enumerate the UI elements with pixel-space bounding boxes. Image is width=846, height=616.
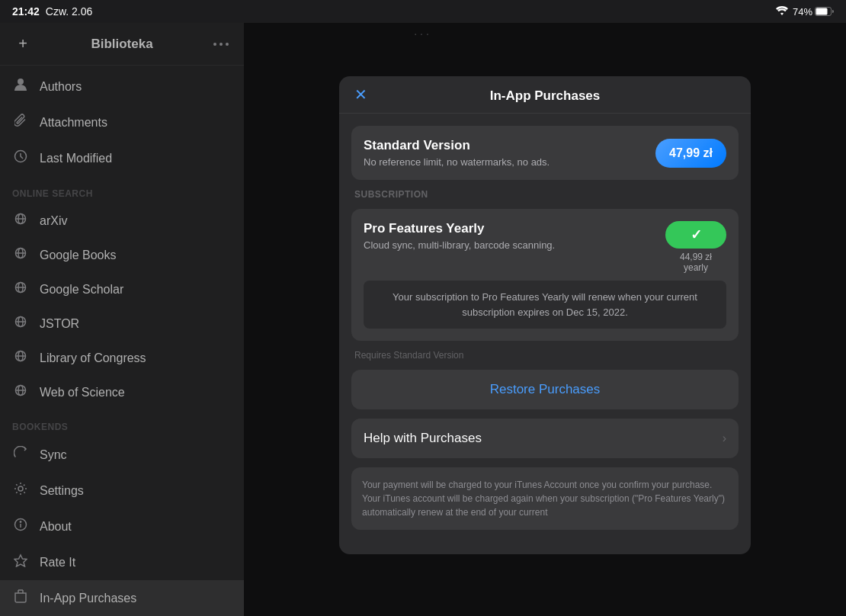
requires-standard-note: Requires Standard Version xyxy=(351,350,739,361)
sidebar-item-library-of-congress[interactable]: Library of Congress xyxy=(0,341,244,375)
google-scholar-label: Google Scholar xyxy=(40,283,123,297)
standard-version-desc: No reference limit, no watermarks, no ad… xyxy=(364,156,550,168)
library-of-congress-label: Library of Congress xyxy=(40,351,146,365)
svg-point-28 xyxy=(20,521,21,522)
last-modified-label: Last Modified xyxy=(40,152,112,165)
web-of-science-label: Web of Science xyxy=(40,386,125,399)
sidebar-item-sync[interactable]: Sync xyxy=(0,437,244,473)
bookends-section: BOOKENDS xyxy=(0,409,244,437)
sidebar-title: Biblioteka xyxy=(91,37,152,52)
annotation-arrow-svg xyxy=(750,144,751,162)
price-annotation: ?! xyxy=(750,143,751,163)
sidebar-item-web-of-science[interactable]: Web of Science xyxy=(0,375,244,409)
help-with-purchases-label: Help with Purchases xyxy=(364,431,482,446)
restore-purchases-button[interactable]: Restore Purchases xyxy=(351,370,739,409)
pro-features-price-area: ✓ 44,99 zł yearly xyxy=(665,221,726,273)
svg-point-4 xyxy=(226,43,229,46)
sidebar-header: + Biblioteka xyxy=(0,23,244,66)
pro-features-info: Pro Features Yearly Cloud sync, multi-li… xyxy=(364,221,555,251)
status-icons: 74% xyxy=(776,6,834,18)
sidebar-item-last-modified[interactable]: Last Modified xyxy=(0,140,244,176)
jstor-icon xyxy=(12,316,29,332)
attachments-label: Attachments xyxy=(40,116,107,130)
sidebar-item-in-app-purchases[interactable]: In-App Purchases xyxy=(0,580,244,616)
dialog-body: Standard Version No reference limit, no … xyxy=(339,114,751,542)
sidebar-item-about[interactable]: About xyxy=(0,509,244,544)
pro-features-title: Pro Features Yearly xyxy=(364,221,555,236)
sidebar-item-attachments[interactable]: Attachments xyxy=(0,104,244,140)
wifi-icon xyxy=(776,6,788,18)
sidebar-item-google-scholar[interactable]: Google Scholar xyxy=(0,272,244,306)
help-with-purchases-row[interactable]: Help with Purchases › xyxy=(351,419,739,458)
sidebar-item-settings[interactable]: Settings xyxy=(0,473,244,509)
last-modified-icon xyxy=(12,149,29,167)
web-of-science-icon xyxy=(12,384,29,400)
pro-features-price: 44,99 zł xyxy=(665,252,726,262)
attachments-icon xyxy=(12,114,29,131)
about-icon xyxy=(12,518,29,535)
authors-icon xyxy=(12,78,29,95)
terms-text-card: Your payment will be charged to your iTu… xyxy=(351,467,739,530)
sidebar-item-jstor[interactable]: JSTOR xyxy=(0,306,244,341)
in-app-purchases-label: In-App Purchases xyxy=(40,592,136,605)
rate-it-icon xyxy=(12,553,29,571)
pro-features-desc: Cloud sync, multi-library, barcode scann… xyxy=(364,239,555,251)
add-library-button[interactable]: + xyxy=(12,34,34,55)
dialog-header: ✕ In-App Purchases xyxy=(339,76,751,114)
arxiv-label: arXiv xyxy=(40,214,67,228)
sync-label: Sync xyxy=(40,448,67,462)
in-app-purchases-dialog: ✕ In-App Purchases Standard Version No r… xyxy=(339,76,751,554)
help-chevron-icon: › xyxy=(723,432,726,445)
svg-marker-29 xyxy=(14,555,27,566)
pro-features-top: Pro Features Yearly Cloud sync, multi-li… xyxy=(364,221,726,273)
arxiv-icon xyxy=(12,213,29,229)
more-options-button[interactable] xyxy=(210,34,232,55)
close-icon: ✕ xyxy=(354,86,367,103)
dialog-close-button[interactable]: ✕ xyxy=(351,82,370,107)
google-books-icon xyxy=(12,247,29,263)
settings-label: Settings xyxy=(40,484,84,498)
renewal-notice: Your subscription to Pro Features Yearly… xyxy=(364,281,726,329)
status-bar: 21:42 Czw. 2.06 74% xyxy=(0,0,846,23)
sidebar-item-authors[interactable]: Authors xyxy=(0,69,244,104)
standard-version-info: Standard Version No reference limit, no … xyxy=(364,138,550,168)
sidebar-item-google-books[interactable]: Google Books xyxy=(0,238,244,272)
svg-point-5 xyxy=(18,79,24,85)
status-time: 21:42 xyxy=(12,5,40,18)
svg-rect-1 xyxy=(816,8,828,15)
sidebar-item-arxiv[interactable]: arXiv xyxy=(0,204,244,238)
pro-features-selected-button[interactable]: ✓ xyxy=(665,221,726,249)
sidebar-item-rate-it[interactable]: Rate It xyxy=(0,544,244,580)
library-of-congress-icon xyxy=(12,350,29,366)
standard-version-price-button[interactable]: 47,99 zł xyxy=(655,139,726,168)
pro-features-card: Pro Features Yearly Cloud sync, multi-li… xyxy=(351,209,739,341)
sidebar: + Biblioteka Authors Attachments xyxy=(0,23,244,616)
subscription-section-label: SUBSCRIPTION xyxy=(351,189,739,200)
dialog-title: In-App Purchases xyxy=(490,88,601,104)
about-label: About xyxy=(40,520,72,534)
svg-point-3 xyxy=(220,43,223,46)
standard-version-wrapper: Standard Version No reference limit, no … xyxy=(351,126,739,180)
google-books-label: Google Books xyxy=(40,249,117,262)
pro-features-period: yearly xyxy=(665,262,726,273)
terms-text: Your payment will be charged to your iTu… xyxy=(362,480,725,518)
authors-label: Authors xyxy=(40,80,82,94)
checkmark-icon: ✓ xyxy=(691,226,702,243)
online-search-section: ONLINE SEARCH xyxy=(0,176,244,204)
battery-icon: 74% xyxy=(793,6,834,18)
settings-icon xyxy=(12,482,29,499)
rate-it-label: Rate It xyxy=(40,556,75,569)
svg-point-25 xyxy=(18,486,23,491)
in-app-purchases-icon xyxy=(12,589,29,607)
jstor-label: JSTOR xyxy=(40,317,79,331)
status-day: Czw. 2.06 xyxy=(46,5,92,18)
svg-point-2 xyxy=(213,43,216,46)
sync-icon xyxy=(12,446,29,464)
sidebar-content: Authors Attachments Last Modified ONLINE… xyxy=(0,66,244,616)
google-scholar-icon xyxy=(12,281,29,297)
standard-version-card: Standard Version No reference limit, no … xyxy=(351,126,739,180)
standard-version-title: Standard Version xyxy=(364,138,550,153)
